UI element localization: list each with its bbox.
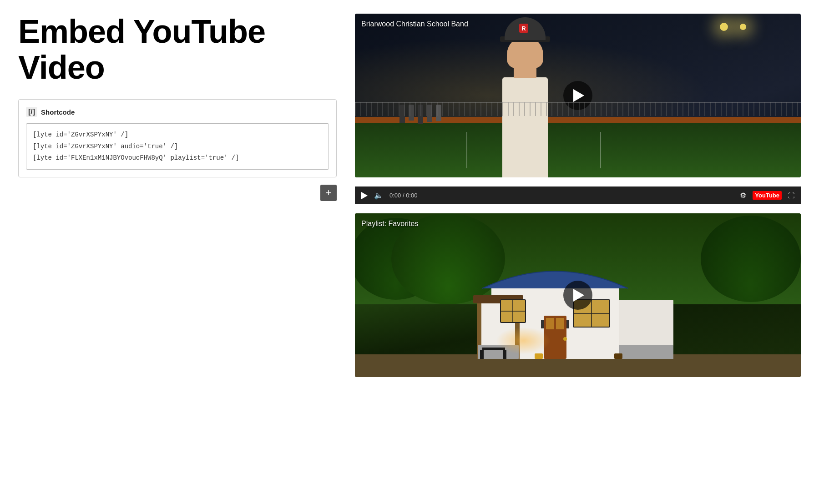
page-title: Embed YouTube Video <box>18 14 337 86</box>
left-panel: Embed YouTube Video [/] Shortcode [lyte … <box>18 14 337 377</box>
time-display: 0:00 / 0:00 <box>389 192 733 199</box>
shortcode-line-1: [lyte id='ZGvrXSPYxNY' /] <box>33 129 322 141</box>
fence <box>355 102 801 116</box>
svg-rect-19 <box>619 345 673 359</box>
shortcode-block: [/] Shortcode [lyte id='ZGvrXSPYxNY' /] … <box>18 99 337 177</box>
shortcode-icon: [/] <box>26 107 37 117</box>
field-strip <box>355 123 801 177</box>
volume-control-button[interactable]: 🔈 <box>374 191 383 200</box>
video-label-2: Playlist: Favorites <box>361 220 418 228</box>
right-panel: R Briarwood Christian School Band 🔈 0:00… <box>355 14 801 377</box>
stadium-light-2 <box>740 24 746 30</box>
stadium-light-1 <box>720 23 728 31</box>
tree-3 <box>701 216 801 302</box>
svg-rect-21 <box>480 350 484 359</box>
play-triangle-1 <box>573 89 584 102</box>
video-thumbnail-1: R Briarwood Christian School Band <box>355 14 801 177</box>
svg-rect-24 <box>614 353 622 359</box>
fullscreen-button[interactable]: ⛶ <box>788 192 794 199</box>
play-button-2[interactable] <box>563 281 592 310</box>
shortcode-label: Shortcode <box>41 108 75 116</box>
page-layout: Embed YouTube Video [/] Shortcode [lyte … <box>0 0 819 391</box>
add-shortcode-button[interactable]: + <box>320 185 337 201</box>
play-control-icon <box>361 192 368 199</box>
svg-rect-14 <box>566 320 569 328</box>
play-triangle-2 <box>573 289 584 302</box>
shortcode-header: [/] Shortcode <box>26 107 329 117</box>
video-label-1: Briarwood Christian School Band <box>361 20 468 28</box>
video-card-2: Playlist: Favorites <box>355 213 801 377</box>
youtube-logo: YouTube <box>753 191 782 200</box>
shortcode-content: [lyte id='ZGvrXSPYxNY' /] [lyte id='ZGvr… <box>26 123 329 170</box>
yard-line <box>466 132 467 168</box>
shortcode-line-2: [lyte id='ZGvrXSPYxNY' audio='true' /] <box>33 141 322 152</box>
light-glow <box>496 327 551 354</box>
video-card-1: R Briarwood Christian School Band <box>355 14 801 177</box>
svg-point-12 <box>563 337 567 341</box>
settings-control-button[interactable]: ⚙ <box>740 191 746 200</box>
play-control-button[interactable] <box>361 192 368 199</box>
shortcode-line-3: [lyte id='FLXEn1xM1NJBYOvoucFHW8yQ' play… <box>33 152 322 164</box>
svg-rect-11 <box>556 318 564 329</box>
yard-line-2 <box>600 132 601 168</box>
video-thumbnail-2: Playlist: Favorites <box>355 213 801 377</box>
add-button-row: + <box>18 185 337 201</box>
video-controls: 🔈 0:00 / 0:00 ⚙ YouTube ⛶ <box>355 186 801 204</box>
